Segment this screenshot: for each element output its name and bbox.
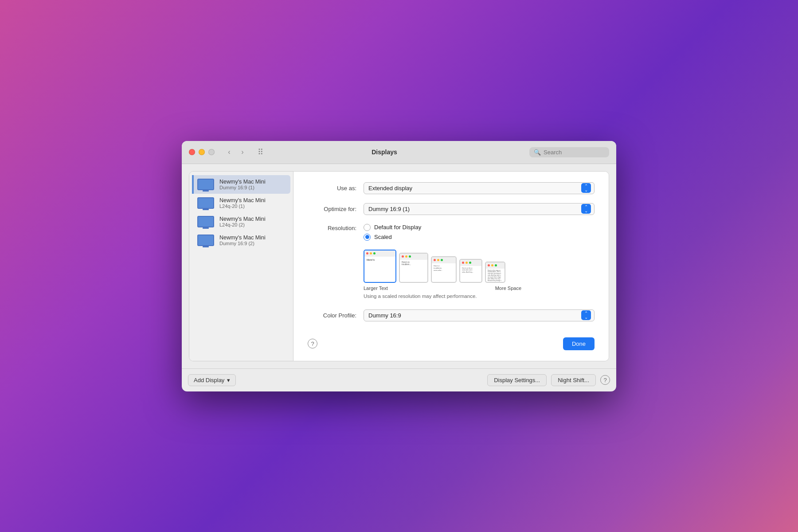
- sidebar-item-1[interactable]: Newmy's Mac Mini L24q-20 (1): [192, 194, 290, 212]
- search-input[interactable]: [544, 149, 601, 156]
- use-as-label: Use as:: [308, 185, 356, 192]
- thumb-2-body: Here's ttroublemaones who...: [432, 263, 456, 273]
- use-as-select-wrapper: Extended display Mirror Built-in Retina …: [364, 182, 595, 194]
- color-profile-select[interactable]: Dummy 16:9: [364, 309, 595, 321]
- resolution-label: Resolution:: [308, 224, 356, 231]
- radio-scaled-label: Scaled: [374, 234, 392, 240]
- sidebar-item-name-2: Newmy's Mac Mini: [219, 216, 266, 222]
- thumb-0-header: [364, 250, 395, 257]
- night-shift-button[interactable]: Night Shift...: [551, 374, 596, 386]
- thumbnail-3[interactable]: Here's to the crones who see trules. And…: [459, 259, 482, 283]
- thumb-3-body: Here's to the crones who see trules. And…: [460, 266, 481, 275]
- thumbnail-4[interactable]: Here's to the crazy ontroublemakers. The…: [485, 262, 505, 283]
- sidebar-item-text-2: Newmy's Mac Mini L24q-20 (2): [219, 216, 266, 227]
- optimize-for-select[interactable]: Dummy 16:9 (1): [364, 203, 595, 215]
- close-button[interactable]: [189, 149, 195, 155]
- thumb-0-body: Here's: [364, 257, 395, 264]
- thumb-4-dot-yellow: [491, 264, 493, 266]
- thumb-2-dot-red: [434, 259, 436, 261]
- use-as-select[interactable]: Extended display Mirror Built-in Retina …: [364, 182, 595, 194]
- thumb-1-header: [400, 254, 427, 260]
- use-as-row: Use as: Extended display Mirror Built-in…: [308, 182, 595, 194]
- sidebar-item-2[interactable]: Newmy's Mac Mini L24q-20 (2): [192, 212, 290, 231]
- radio-default-label: Default for Display: [374, 224, 421, 231]
- toolbar-right: Display Settings... Night Shift... ?: [487, 374, 610, 386]
- color-profile-select-wrapper: Dummy 16:9: [364, 309, 595, 321]
- radio-default[interactable]: Default for Display: [364, 224, 421, 231]
- display-icon-2: [197, 216, 214, 227]
- display-icon-0: [197, 179, 214, 190]
- sidebar-item-sub-0: Dummy 16:9 (1): [219, 185, 266, 190]
- thumb-0-dot-red: [366, 252, 368, 254]
- traffic-lights: [189, 149, 215, 155]
- maximize-button[interactable]: [208, 149, 215, 155]
- thumb-4-dot-green: [495, 264, 497, 266]
- optimize-for-row: Optimize for: Dummy 16:9 (1): [308, 203, 595, 215]
- thumb-4-body: Here's to the crazy ontroublemakers. The…: [486, 269, 505, 282]
- right-panel: Use as: Extended display Mirror Built-in…: [293, 172, 609, 361]
- thumb-label-right: More Space: [495, 286, 521, 291]
- resolution-group: Resolution: Default for Display Scaled: [308, 224, 595, 241]
- done-button[interactable]: Done: [563, 337, 595, 350]
- toolbar-help-button[interactable]: ?: [600, 375, 610, 385]
- thumb-4-dot-red: [488, 264, 490, 266]
- thumb-0-dot-green: [373, 252, 376, 254]
- bottom-toolbar: Add Display ▾ Display Settings... Night …: [182, 368, 616, 391]
- radio-scaled[interactable]: Scaled: [364, 234, 421, 241]
- display-settings-button[interactable]: Display Settings...: [487, 374, 547, 386]
- thumbnail-1[interactable]: Here's totroublem...: [399, 253, 428, 283]
- sidebar-item-sub-2: L24q-20 (2): [219, 222, 266, 227]
- sidebar-item-text-3: Newmy's Mac Mini Dummy 16:9 (2): [219, 235, 266, 246]
- back-button[interactable]: ‹: [223, 146, 235, 158]
- thumb-3-dot-green: [469, 262, 471, 264]
- sidebar-item-name-1: Newmy's Mac Mini: [219, 197, 266, 203]
- sidebar-item-text-1: Newmy's Mac Mini L24q-20 (1): [219, 197, 266, 209]
- main-window: ‹ › ⠿ Displays 🔍 Newmy's Mac Mini Dummy …: [182, 141, 616, 391]
- thumb-1-dot-red: [402, 255, 404, 258]
- thumbnail-2[interactable]: Here's ttroublemaones who...: [431, 256, 457, 283]
- sidebar-item-0[interactable]: Newmy's Mac Mini Dummy 16:9 (1): [192, 175, 290, 194]
- sidebar: Newmy's Mac Mini Dummy 16:9 (1) Newmy's …: [189, 172, 293, 361]
- performance-warning: Using a scaled resolution may affect per…: [364, 293, 595, 299]
- add-display-label: Add Display: [194, 377, 224, 383]
- display-icon-3: [197, 235, 214, 246]
- thumb-1-dot-yellow: [405, 255, 407, 258]
- thumb-2-dot-green: [441, 259, 443, 261]
- sidebar-item-text-0: Newmy's Mac Mini Dummy 16:9 (1): [219, 179, 266, 190]
- search-icon: 🔍: [534, 149, 541, 156]
- accent-bar: [192, 175, 194, 194]
- sidebar-item-name-0: Newmy's Mac Mini: [219, 179, 266, 185]
- thumb-label-left: Larger Text: [364, 286, 388, 291]
- thumb-4-header: [486, 262, 505, 269]
- resolution-thumbnails: Here's Here's totroublem...: [364, 250, 595, 283]
- add-display-button[interactable]: Add Display ▾: [188, 374, 236, 386]
- thumb-1-body: Here's totroublem...: [400, 260, 427, 268]
- optimize-for-label: Optimize for:: [308, 206, 356, 212]
- thumb-3-header: [460, 260, 481, 266]
- main-content: Newmy's Mac Mini Dummy 16:9 (1) Newmy's …: [182, 164, 616, 368]
- thumbnails-section: Here's Here's totroublem...: [364, 250, 595, 299]
- radio-scaled-circle: [364, 234, 371, 241]
- thumb-1-dot-green: [409, 255, 411, 258]
- sidebar-item-3[interactable]: Newmy's Mac Mini Dummy 16:9 (2): [192, 231, 290, 250]
- thumb-2-header: [432, 257, 456, 263]
- window-title: Displays: [239, 149, 529, 156]
- add-display-arrow: ▾: [227, 377, 230, 383]
- thumbnail-0[interactable]: Here's: [364, 250, 396, 283]
- minimize-button[interactable]: [199, 149, 205, 155]
- sidebar-item-name-3: Newmy's Mac Mini: [219, 235, 266, 241]
- sidebar-item-sub-3: Dummy 16:9 (2): [219, 241, 266, 246]
- panels-row: Newmy's Mac Mini Dummy 16:9 (1) Newmy's …: [189, 171, 609, 361]
- optimize-for-select-wrapper: Dummy 16:9 (1): [364, 203, 595, 215]
- thumb-3-dot-yellow: [466, 262, 468, 264]
- panel-help-button[interactable]: ?: [308, 339, 317, 348]
- color-profile-label: Color Profile:: [308, 312, 356, 319]
- thumb-2-dot-yellow: [437, 259, 439, 261]
- color-profile-row: Color Profile: Dummy 16:9: [308, 309, 595, 321]
- thumbnail-labels: Larger Text More Space: [364, 286, 521, 291]
- thumb-0-dot-yellow: [370, 252, 372, 254]
- thumb-3-dot-red: [462, 262, 464, 264]
- display-icon-1: [197, 197, 214, 209]
- search-box[interactable]: 🔍: [529, 147, 609, 157]
- radio-options: Default for Display Scaled: [364, 224, 421, 241]
